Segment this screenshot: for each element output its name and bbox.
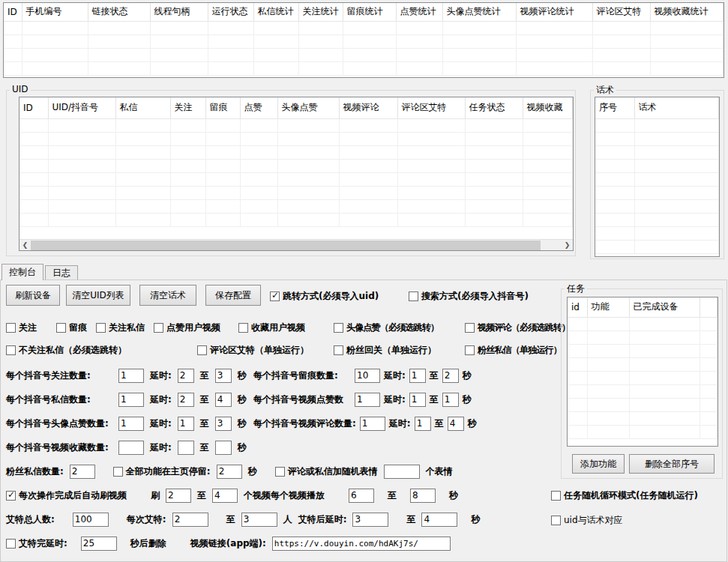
at-each-to-input[interactable] [241, 513, 277, 527]
column-header[interactable]: ID [4, 3, 22, 21]
column-header[interactable]: 线程句柄 [150, 3, 208, 21]
feature-fans-follow-back-checkbox[interactable]: 粉丝回关（单独运行） [334, 344, 436, 356]
column-header[interactable]: 视频收藏 [523, 97, 573, 118]
follow-delay-from-input[interactable] [178, 369, 194, 383]
column-header[interactable]: 功能 [587, 297, 629, 317]
video-comment-delay-to-input[interactable] [448, 417, 464, 431]
feature-avatar-like-checkbox[interactable]: 头像点赞（必须选跳转） [334, 321, 439, 333]
trace-delay-to-input[interactable] [442, 369, 459, 383]
task-table[interactable]: id 功能 已完成设备 [567, 297, 718, 447]
scroll-left-icon[interactable] [19, 240, 31, 251]
column-header[interactable]: 已完成设备 [629, 297, 700, 317]
column-header[interactable]: UID/抖音号 [48, 97, 115, 118]
avatar-like-delay-from-input[interactable] [178, 417, 194, 431]
at-delay-from-input[interactable] [352, 513, 388, 527]
video-comment-count-input[interactable] [360, 417, 385, 431]
column-header[interactable]: 留痕统计 [343, 3, 396, 21]
feature-comment-at-checkbox[interactable]: 评论区艾特（单独运行） [197, 344, 309, 356]
column-header[interactable]: 视频评论统计 [516, 3, 592, 21]
uid-table[interactable]: ID UID/抖音号 私信 关注 留痕 点赞 头像点赞 视频评论 评论区艾特 任… [19, 97, 574, 251]
dm-count-input[interactable] [118, 393, 144, 407]
column-header[interactable]: 手机编号 [22, 3, 88, 21]
follow-count-input[interactable] [118, 369, 144, 383]
column-header[interactable]: ID [19, 97, 48, 118]
trace-delay-from-input[interactable] [409, 369, 426, 383]
column-header[interactable]: 头像点赞 [277, 97, 339, 118]
uid-table-hscrollbar[interactable] [19, 239, 573, 250]
fans-dm-count-input[interactable] [70, 465, 95, 479]
device-table[interactable]: ID 手机编号 链接状态 线程句柄 运行状态 私信统计 关注统计 留痕统计 点赞… [3, 2, 724, 78]
stay-home-seconds-input[interactable] [217, 465, 242, 479]
uid-script-match-checkbox[interactable]: uid与话术对应 [551, 514, 623, 526]
column-header[interactable]: id [568, 297, 587, 317]
feature-no-follow-dm-checkbox[interactable]: 不关注私信（必须选跳转） [6, 344, 127, 356]
dm-delay-from-input[interactable] [178, 393, 194, 407]
avatar-like-delay-to-input[interactable] [215, 417, 232, 431]
feature-follow-checkbox[interactable]: 关注 [6, 321, 37, 333]
feature-follow-dm-checkbox[interactable]: 关注私信 [96, 321, 145, 333]
column-header[interactable]: 视频收藏统计 [650, 3, 724, 21]
tab-log[interactable]: 日志 [45, 265, 78, 280]
refresh-devices-button[interactable]: 刷新设备 [6, 285, 60, 306]
swipe-to-input[interactable] [212, 489, 238, 503]
emoji-count-input[interactable] [384, 465, 420, 479]
video-fav-count-input[interactable] [118, 441, 144, 455]
video-like-delay-to-input[interactable] [442, 393, 459, 407]
column-header[interactable]: 私信 [115, 97, 170, 118]
feature-fans-dm-checkbox[interactable]: 粉丝私信（单独运行） [465, 344, 562, 356]
column-header[interactable]: 视频评论 [339, 97, 397, 118]
random-emoji-checkbox[interactable]: 评论或私信加随机表情 [275, 465, 378, 477]
search-mode-checkbox[interactable]: 搜索方式(必须导入抖音号) [409, 290, 529, 302]
feature-video-comment-checkbox[interactable]: 视频评论（必须选跳转） [465, 321, 570, 333]
save-config-button[interactable]: 保存配置 [205, 285, 261, 306]
column-header[interactable]: 留痕 [205, 97, 240, 118]
at-delay-to-input[interactable] [421, 513, 457, 527]
column-header[interactable]: 评论区艾特 [397, 97, 465, 118]
trace-count-input[interactable] [355, 369, 380, 383]
clear-uid-list-button[interactable]: 清空UID列表 [66, 285, 130, 306]
at-total-input[interactable] [73, 513, 109, 527]
column-header[interactable]: 关注统计 [298, 3, 343, 21]
column-header[interactable]: 任务状态 [465, 97, 523, 118]
dm-delay-to-input[interactable] [215, 393, 232, 407]
feature-like-user-video-checkbox[interactable]: 点赞用户视频 [154, 321, 220, 333]
scroll-right-icon[interactable] [562, 240, 573, 251]
column-header[interactable]: 链接状态 [88, 3, 150, 21]
at-delete-checkbox[interactable]: 艾特完延时: [6, 537, 67, 549]
at-each-from-input[interactable] [172, 513, 208, 527]
scrollbar-thumb[interactable] [31, 241, 541, 250]
at-delete-seconds-input[interactable] [81, 537, 117, 551]
random-loop-mode-checkbox[interactable]: 任务随机循环模式(任务随机运行) [551, 489, 698, 501]
column-header[interactable]: 话术 [634, 97, 719, 118]
script-table[interactable]: 序号 话术 [595, 97, 720, 257]
video-fav-delay-to-input[interactable] [215, 441, 232, 455]
video-like-count-input[interactable] [355, 393, 380, 407]
column-header[interactable]: 点赞 [240, 97, 277, 118]
add-function-button[interactable]: 添加功能 [572, 454, 625, 474]
column-header[interactable]: 头像点赞统计 [442, 3, 516, 21]
play-from-input[interactable] [349, 489, 374, 503]
video-fav-delay-from-input[interactable] [178, 441, 194, 455]
feature-trace-checkbox[interactable]: 留痕 [56, 321, 87, 333]
column-header[interactable]: 评论区艾特 [592, 3, 650, 21]
follow-delay-to-input[interactable] [215, 369, 232, 383]
auto-swipe-checkbox[interactable]: 每次操作完成后自动刷视频 [6, 489, 127, 501]
swipe-from-input[interactable] [166, 489, 191, 503]
column-header[interactable]: 关注 [170, 97, 205, 118]
clear-scripts-button[interactable]: 清空话术 [139, 285, 196, 306]
tab-console[interactable]: 控制台 [1, 264, 43, 280]
video-like-delay-from-input[interactable] [409, 393, 426, 407]
column-header[interactable]: 运行状态 [208, 3, 253, 21]
play-to-input[interactable] [410, 489, 436, 503]
column-header[interactable]: 点赞统计 [396, 3, 442, 21]
field-label: 头像点赞（必须选跳转） [346, 321, 439, 334]
avatar-like-count-input[interactable] [118, 417, 144, 431]
column-header[interactable]: 私信统计 [253, 3, 298, 21]
video-link-input[interactable] [272, 537, 451, 551]
video-comment-delay-from-input[interactable] [415, 417, 431, 431]
feature-fav-user-video-checkbox[interactable]: 收藏用户视频 [238, 321, 305, 333]
column-header[interactable]: 序号 [595, 97, 634, 118]
stay-home-checkbox[interactable]: 全部功能在主页停留: [113, 465, 211, 477]
jump-mode-checkbox[interactable]: 跳转方式(必须导入uid) [270, 290, 379, 302]
delete-all-tasks-button[interactable]: 删除全部序号 [629, 454, 715, 474]
